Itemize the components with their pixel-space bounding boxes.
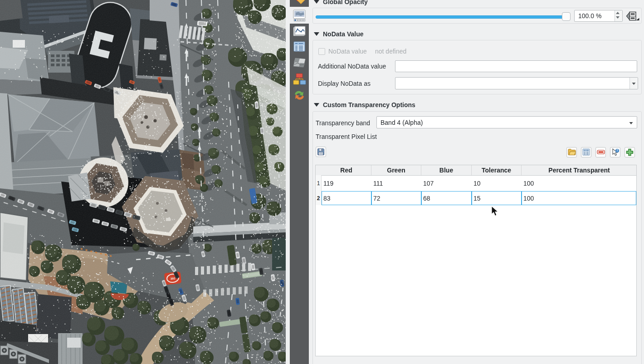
svg-text:?: ? [616, 149, 618, 152]
